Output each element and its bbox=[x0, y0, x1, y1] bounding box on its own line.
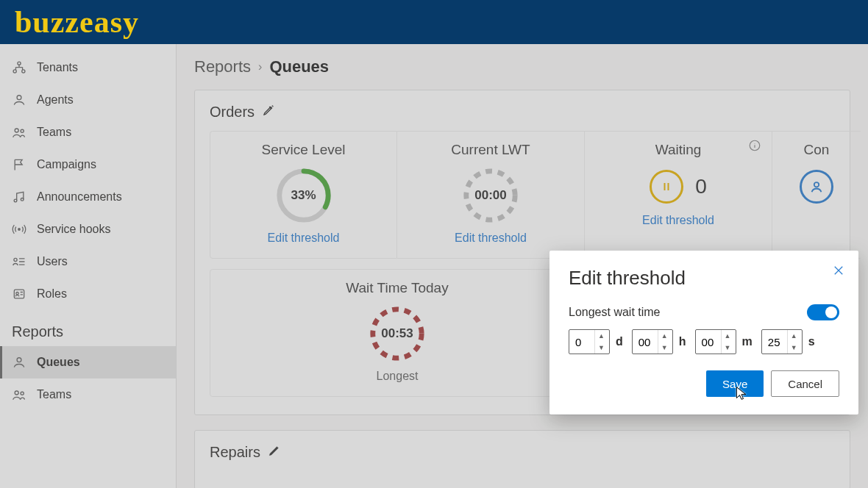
sidebar-item-label: Users bbox=[37, 255, 68, 268]
people-icon bbox=[12, 387, 26, 402]
panel-title: Orders bbox=[210, 104, 835, 121]
panel-title-text: Repairs bbox=[210, 444, 260, 461]
close-icon bbox=[832, 264, 845, 277]
step-up[interactable]: ▲ bbox=[595, 330, 608, 342]
waiting-count: 0 bbox=[695, 175, 707, 198]
svg-point-3 bbox=[17, 96, 21, 100]
unit-days: d bbox=[616, 335, 623, 348]
unit-minutes: m bbox=[742, 335, 753, 348]
card-conversations: Con bbox=[772, 131, 861, 259]
broadcast-icon bbox=[12, 222, 26, 237]
svg-point-14 bbox=[21, 392, 24, 395]
threshold-toggle[interactable] bbox=[807, 304, 839, 320]
music-icon bbox=[12, 190, 26, 204]
dialog-title: Edit threshold bbox=[569, 267, 839, 290]
step-down[interactable]: ▼ bbox=[788, 342, 800, 354]
gauge-current-lwt: 00:00 bbox=[460, 165, 521, 226]
sidebar-item-announcements[interactable]: Announcements bbox=[0, 181, 176, 213]
unit-seconds: s bbox=[808, 335, 815, 348]
svg-point-13 bbox=[15, 391, 18, 395]
step-down[interactable]: ▼ bbox=[658, 342, 671, 354]
card-service-level: Service Level 33% Edit threshold bbox=[210, 131, 397, 259]
sidebar-item-label: Agents bbox=[37, 93, 74, 107]
hierarchy-icon bbox=[12, 60, 26, 75]
panel-title-text: Orders bbox=[210, 104, 255, 121]
hours-field[interactable] bbox=[633, 330, 658, 354]
minutes-input[interactable]: ▲▼ bbox=[695, 329, 736, 354]
step-down[interactable]: ▼ bbox=[595, 342, 608, 354]
sidebar-item-service-hooks[interactable]: Service hooks bbox=[0, 213, 176, 245]
breadcrumb-current: Queues bbox=[269, 57, 329, 76]
waiting-value: 0 bbox=[591, 170, 766, 204]
card-waiting: Waiting 0 Edit threshold bbox=[585, 131, 772, 259]
sidebar-item-users[interactable]: Users bbox=[0, 245, 176, 278]
svg-point-7 bbox=[21, 198, 24, 201]
svg-point-8 bbox=[18, 229, 21, 231]
sidebar-item-label: Tenants bbox=[37, 61, 78, 74]
card-title: Current LWT bbox=[403, 142, 578, 158]
duration-inputs: ▲▼ d ▲▼ h ▲▼ m ▲▼ s bbox=[569, 329, 839, 354]
card-title: Con bbox=[778, 142, 855, 158]
sidebar-item-queues[interactable]: Queues bbox=[0, 346, 176, 378]
person-icon bbox=[12, 93, 26, 107]
sidebar-item-teams[interactable]: Teams bbox=[0, 116, 176, 148]
gauge-wait-time: 00:53 bbox=[367, 304, 427, 364]
seconds-field[interactable] bbox=[762, 330, 787, 354]
sidebar-item-roles[interactable]: Roles bbox=[0, 278, 176, 310]
days-field[interactable] bbox=[569, 330, 594, 354]
panel-title: Repairs bbox=[210, 444, 835, 461]
person-icon bbox=[12, 355, 26, 370]
brand-logo: buzzeasy bbox=[15, 4, 139, 40]
svg-point-19 bbox=[814, 182, 819, 187]
people-icon bbox=[12, 125, 26, 140]
step-up[interactable]: ▲ bbox=[658, 330, 671, 342]
flag-icon bbox=[12, 157, 26, 172]
svg-point-0 bbox=[18, 62, 21, 65]
seconds-input[interactable]: ▲▼ bbox=[761, 329, 803, 354]
step-up[interactable]: ▲ bbox=[722, 330, 734, 342]
sidebar-item-tenants[interactable]: Tenants bbox=[0, 51, 176, 84]
sidebar-item-label: Teams bbox=[37, 126, 71, 139]
minutes-field[interactable] bbox=[696, 330, 721, 354]
edit-icon[interactable] bbox=[262, 104, 275, 121]
chevron-right-icon: › bbox=[258, 60, 262, 73]
days-input[interactable]: ▲▼ bbox=[569, 329, 610, 354]
card-title: Wait Time Today bbox=[216, 280, 578, 296]
svg-point-4 bbox=[15, 129, 18, 132]
sidebar-item-agents[interactable]: Agents bbox=[0, 84, 176, 116]
breadcrumb-root[interactable]: Reports bbox=[194, 57, 251, 76]
edit-icon[interactable] bbox=[268, 444, 281, 461]
step-down[interactable]: ▼ bbox=[722, 342, 734, 354]
gauge-sublabel: Longest bbox=[216, 370, 578, 383]
close-button[interactable] bbox=[832, 264, 845, 281]
svg-point-11 bbox=[16, 293, 18, 295]
hours-input[interactable]: ▲▼ bbox=[632, 329, 673, 354]
edit-threshold-link[interactable]: Edit threshold bbox=[216, 232, 391, 245]
sidebar-item-label: Campaigns bbox=[37, 158, 96, 171]
pause-icon bbox=[650, 170, 683, 204]
sidebar-item-report-teams[interactable]: Teams bbox=[0, 378, 176, 411]
unit-hours: h bbox=[679, 335, 686, 348]
edit-threshold-link[interactable]: Edit threshold bbox=[403, 232, 578, 245]
sidebar-item-label: Announcements bbox=[37, 190, 122, 204]
save-button[interactable]: Save bbox=[706, 370, 764, 397]
card-current-lwt: Current LWT 00:00 Edit threshold bbox=[397, 131, 585, 259]
dialog-field-label: Longest wait time bbox=[569, 306, 661, 319]
breadcrumb: Reports › Queues bbox=[194, 57, 850, 76]
sidebar-item-campaigns[interactable]: Campaigns bbox=[0, 148, 176, 181]
svg-point-2 bbox=[22, 70, 25, 73]
sidebar-item-label: Queues bbox=[37, 356, 80, 369]
cancel-button[interactable]: Cancel bbox=[771, 370, 839, 397]
list-people-icon bbox=[12, 254, 26, 269]
sidebar-item-label: Roles bbox=[37, 287, 67, 301]
step-up[interactable]: ▲ bbox=[788, 330, 800, 342]
gauge-service-level: 33% bbox=[274, 165, 334, 226]
edit-threshold-link[interactable]: Edit threshold bbox=[591, 214, 766, 227]
metric-cards-row: Service Level 33% Edit threshold Current… bbox=[210, 131, 835, 259]
panel-repairs: Repairs bbox=[194, 430, 850, 488]
svg-point-1 bbox=[13, 70, 16, 73]
svg-point-5 bbox=[21, 129, 24, 132]
info-icon[interactable] bbox=[748, 139, 761, 154]
svg-point-12 bbox=[17, 358, 21, 362]
person-icon bbox=[800, 170, 833, 204]
